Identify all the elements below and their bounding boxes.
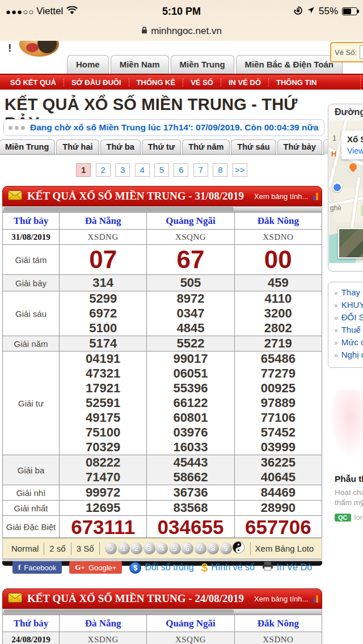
prize-special-row: Giải Đặc Biệt 673111 034655 657706: [3, 516, 322, 538]
page-4[interactable]: 4: [135, 163, 150, 177]
tab-mien-bac-dien-toan[interactable]: Miền Bắc & Điện Toán: [236, 55, 343, 74]
code-xsdng[interactable]: XSDNG: [60, 230, 147, 245]
sidebar-link-doi-so[interactable]: »ĐỔI SỐ: [328, 311, 363, 323]
ball-2[interactable]: 2: [130, 543, 142, 554]
site-logo[interactable]: !: [3, 41, 66, 60]
map-popup-view-link[interactable]: View: [347, 146, 363, 155]
menu-so-ket-qua[interactable]: SỐ KẾT QUẢ: [0, 78, 64, 87]
view-spreadsheet-link[interactable]: Xem bảng tính...: [254, 192, 308, 201]
map-embed[interactable]: 1 H ghè Xổ S View: [329, 120, 363, 263]
col-da-nang[interactable]: Đà Nẵng: [60, 615, 147, 632]
table-header-row: Thứ bảy Đà Nẵng Quảng Ngãi Đắk Nông: [3, 615, 322, 632]
view-spreadsheet-link[interactable]: Xem bảng tính...: [254, 595, 308, 603]
day-tab-thu-nam[interactable]: Thứ năm: [182, 139, 230, 154]
ball-4[interactable]: 4: [156, 543, 168, 554]
day-tab-thu-hai[interactable]: Thứ hai: [56, 139, 99, 154]
ball-8[interactable]: 8: [207, 543, 219, 554]
list-bullet-icon: »: [334, 339, 338, 347]
tab-mien-trung[interactable]: Miền Trung: [171, 55, 234, 74]
ball-1[interactable]: 1: [118, 543, 130, 554]
page-5[interactable]: 5: [154, 163, 169, 177]
menu-in-ve-do[interactable]: IN VÉ DÒ: [221, 78, 268, 87]
mode-normal[interactable]: Normal: [6, 544, 44, 553]
tab-mien-nam[interactable]: Miền Nam: [111, 55, 169, 74]
sidebar-link-muc[interactable]: »Mức ch: [328, 336, 363, 348]
table-scrollbar[interactable]: [2, 206, 322, 212]
col-quang-ngai[interactable]: Quảng Ngãi: [147, 213, 234, 230]
prize-2-row: Giải nhì 99972 36736 84469: [3, 485, 322, 501]
page-1[interactable]: 1: [76, 163, 91, 177]
tab-home[interactable]: Home: [67, 55, 109, 74]
col-dak-nong[interactable]: Đắk Nông: [234, 213, 322, 230]
sidebar-ad-text[interactable]: Phẫu th Hoạt chá thẩm mỹ QC long: [335, 474, 363, 522]
col-day[interactable]: Thứ bảy: [3, 615, 60, 632]
menu-ve-so[interactable]: VÉ SỐ: [183, 78, 221, 87]
map-marker-blue-icon[interactable]: [332, 183, 342, 192]
google-plus-share-button[interactable]: G+ Google+: [69, 561, 122, 574]
prize-8-row: Giải tám 07 67 00: [3, 245, 322, 275]
ve-so-input[interactable]: [360, 45, 363, 59]
menu-thong-ke[interactable]: THỐNG KÊ: [129, 78, 183, 87]
address-bar[interactable]: minhngoc.net.vn: [0, 23, 363, 40]
day-tab-mien-trung[interactable]: Miền Trung: [0, 139, 55, 154]
xem-bang-loto-link[interactable]: Xem Bảng Loto: [251, 544, 318, 553]
table-scrollbar[interactable]: [2, 609, 322, 615]
doi-so-trung-link[interactable]: $ Đổi số trúng: [129, 562, 193, 574]
map-satellite-thumbnail[interactable]: [338, 228, 363, 259]
bar-chart-icon[interactable]: [313, 193, 321, 200]
page-7[interactable]: 7: [193, 163, 208, 177]
hinh-ve-so-link[interactable]: $ Hình vé số: [201, 561, 255, 574]
menu-so-dau-duoi[interactable]: SỚ ĐẦU ĐUÔI: [64, 78, 129, 87]
code-xsqng[interactable]: XSQNG: [147, 632, 234, 644]
sidebar-link-nghi-dinh[interactable]: »Nghị đị: [328, 348, 363, 361]
loto-toolbar: Normal 2 số 3 Số 0 1 2 3 4 5 6 7 8 9 Xem…: [2, 538, 322, 559]
code-xsqng[interactable]: XSQNG: [147, 230, 234, 245]
bar-chart-icon[interactable]: [313, 595, 321, 603]
coin-icon: $: [129, 562, 141, 574]
sidebar-link-khuyen[interactable]: »KHUYẾ: [328, 298, 363, 311]
ball-6[interactable]: 6: [182, 543, 193, 554]
sidebar-link-thay-doi[interactable]: »Thay đổ: [328, 286, 363, 298]
yin-yang-ball-icon[interactable]: [233, 541, 244, 556]
code-xsdno[interactable]: XSDNO: [234, 230, 322, 245]
in-ve-do-link[interactable]: In Vé Dò: [262, 562, 312, 573]
envelope-icon: [8, 190, 22, 202]
ball-3[interactable]: 3: [143, 543, 155, 554]
facebook-share-button[interactable]: f Facebook: [12, 561, 62, 574]
prize-value: 67: [147, 245, 234, 274]
day-tab-thu-sau[interactable]: Thứ sáu: [231, 139, 276, 154]
page-6[interactable]: 6: [174, 163, 188, 177]
ball-5[interactable]: 5: [169, 543, 181, 554]
site-header: ! Home Miền Nam Miền Trung Miền Bắc & Đi…: [0, 41, 363, 74]
google-plus-icon: G+: [75, 563, 85, 572]
pagination: 1 2 3 4 5 6 7 8 >>: [0, 163, 323, 177]
mode-3so[interactable]: 3 Số: [71, 544, 99, 553]
day-tab-thu-ba[interactable]: Thứ ba: [100, 139, 141, 154]
day-tab-thu-tu[interactable]: Thứ tư: [142, 139, 182, 154]
col-dak-nong[interactable]: Đắk Nông: [234, 615, 322, 632]
page-8[interactable]: 8: [213, 163, 227, 177]
page-2[interactable]: 2: [96, 163, 111, 177]
map-place-label: ghè: [330, 204, 341, 212]
sidebar-link-thue[interactable]: »Thuế th: [328, 323, 363, 336]
ad-title[interactable]: Phẫu th: [335, 474, 363, 484]
mode-2so[interactable]: 2 số: [44, 544, 70, 553]
ball-7[interactable]: 7: [195, 543, 206, 554]
table-header-row: Thứ bảy Đà Nẵng Quảng Ngãi Đắk Nông: [3, 213, 322, 230]
menu-thong-tin[interactable]: THÔNG TIN: [268, 78, 324, 87]
rotation-lock-icon: [293, 6, 303, 18]
day-tab-thu-bay[interactable]: Thứ bảy: [277, 139, 322, 154]
date-row: 24/08/2019 XSDNG XSQNG XSDNO: [3, 632, 322, 644]
code-xsdng[interactable]: XSDNG: [60, 632, 147, 644]
col-da-nang[interactable]: Đà Nẵng: [60, 213, 147, 230]
code-xsdno[interactable]: XSDNO: [234, 632, 322, 644]
ball-9[interactable]: 9: [220, 543, 232, 554]
countdown-box: Đang chờ xổ số Miền Trung lúc 17h14': 07…: [3, 119, 324, 136]
sidebar-ad-image: [331, 390, 363, 455]
col-quang-ngai[interactable]: Quảng Ngãi: [147, 615, 234, 632]
ball-0[interactable]: 0: [105, 543, 117, 554]
results-title: KẾT QUẢ XỔ SỐ MIỀN TRUNG - 31/08/2019: [27, 190, 244, 202]
page-3[interactable]: 3: [115, 163, 130, 177]
col-day[interactable]: Thứ bảy: [3, 213, 60, 230]
page-next[interactable]: >>: [233, 163, 247, 177]
